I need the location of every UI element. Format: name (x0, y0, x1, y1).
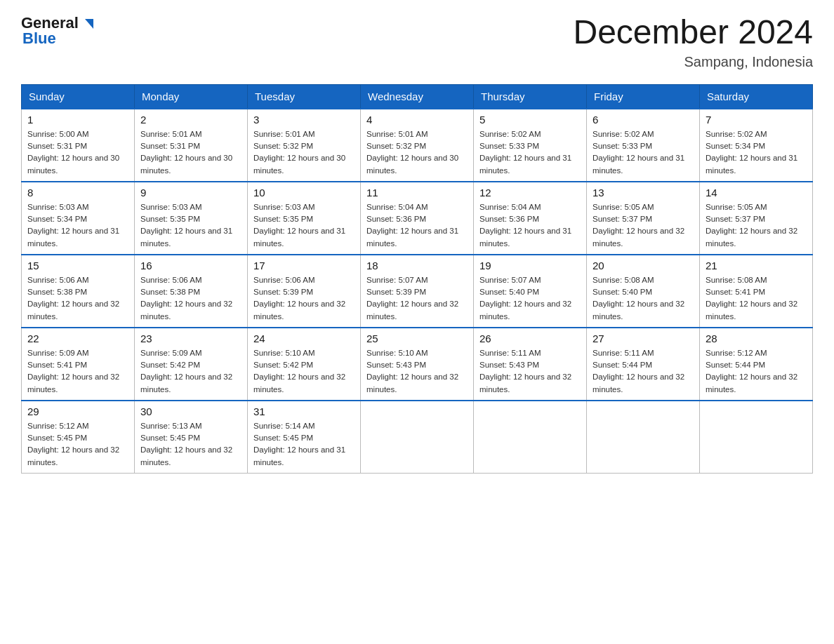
day-10: 10 Sunrise: 5:03 AM Sunset: 5:35 PM Dayl… (248, 182, 361, 255)
day-number: 9 (140, 187, 241, 199)
empty-cell-w4-d5 (587, 401, 700, 474)
day-5: 5 Sunrise: 5:02 AM Sunset: 5:33 PM Dayli… (474, 109, 587, 182)
day-info: Sunrise: 5:06 AM Sunset: 5:38 PM Dayligh… (140, 274, 241, 323)
title-section: December 2024 Sampang, Indonesia (573, 14, 813, 70)
day-number: 5 (479, 114, 581, 126)
day-info: Sunrise: 5:06 AM Sunset: 5:39 PM Dayligh… (253, 274, 355, 323)
day-25: 25 Sunrise: 5:10 AM Sunset: 5:43 PM Dayl… (361, 328, 474, 401)
day-info: Sunrise: 5:03 AM Sunset: 5:34 PM Dayligh… (27, 201, 128, 250)
day-info: Sunrise: 5:02 AM Sunset: 5:33 PM Dayligh… (479, 128, 581, 177)
day-info: Sunrise: 5:14 AM Sunset: 5:45 PM Dayligh… (253, 420, 355, 469)
day-info: Sunrise: 5:10 AM Sunset: 5:42 PM Dayligh… (253, 347, 355, 396)
day-15: 15 Sunrise: 5:06 AM Sunset: 5:38 PM Dayl… (22, 255, 135, 328)
day-info: Sunrise: 5:08 AM Sunset: 5:40 PM Dayligh… (593, 274, 694, 323)
day-3: 3 Sunrise: 5:01 AM Sunset: 5:32 PM Dayli… (248, 109, 361, 182)
day-number: 21 (706, 260, 807, 271)
day-13: 13 Sunrise: 5:05 AM Sunset: 5:37 PM Dayl… (587, 182, 700, 255)
logo-blue-text: Blue (22, 29, 56, 48)
day-14: 14 Sunrise: 5:05 AM Sunset: 5:37 PM Dayl… (700, 182, 813, 255)
day-number: 22 (27, 333, 128, 344)
day-info: Sunrise: 5:01 AM Sunset: 5:32 PM Dayligh… (366, 128, 468, 177)
week-row-3: 15 Sunrise: 5:06 AM Sunset: 5:38 PM Dayl… (22, 255, 813, 328)
week-row-4: 22 Sunrise: 5:09 AM Sunset: 5:41 PM Dayl… (22, 328, 813, 401)
day-number: 12 (479, 187, 581, 199)
day-7: 7 Sunrise: 5:02 AM Sunset: 5:34 PM Dayli… (700, 109, 813, 182)
logo: General Blue (21, 14, 95, 48)
day-info: Sunrise: 5:04 AM Sunset: 5:36 PM Dayligh… (366, 201, 468, 250)
day-29: 29 Sunrise: 5:12 AM Sunset: 5:45 PM Dayl… (22, 401, 135, 474)
month-title: December 2024 (573, 14, 813, 51)
day-number: 4 (366, 114, 468, 126)
header-friday: Friday (587, 84, 700, 109)
day-info: Sunrise: 5:07 AM Sunset: 5:39 PM Dayligh… (366, 274, 468, 323)
day-info: Sunrise: 5:01 AM Sunset: 5:31 PM Dayligh… (140, 128, 241, 177)
day-number: 2 (140, 114, 241, 126)
day-info: Sunrise: 5:09 AM Sunset: 5:42 PM Dayligh… (140, 347, 241, 396)
svg-marker-0 (85, 19, 93, 29)
day-number: 10 (253, 187, 355, 199)
day-8: 8 Sunrise: 5:03 AM Sunset: 5:34 PM Dayli… (22, 182, 135, 255)
day-6: 6 Sunrise: 5:02 AM Sunset: 5:33 PM Dayli… (587, 109, 700, 182)
day-number: 14 (706, 187, 807, 199)
day-number: 25 (366, 333, 468, 344)
day-1: 1 Sunrise: 5:00 AM Sunset: 5:31 PM Dayli… (22, 109, 135, 182)
day-18: 18 Sunrise: 5:07 AM Sunset: 5:39 PM Dayl… (361, 255, 474, 328)
day-info: Sunrise: 5:06 AM Sunset: 5:38 PM Dayligh… (27, 274, 128, 323)
day-number: 6 (593, 114, 694, 126)
day-info: Sunrise: 5:05 AM Sunset: 5:37 PM Dayligh… (593, 201, 694, 250)
day-28: 28 Sunrise: 5:12 AM Sunset: 5:44 PM Dayl… (700, 328, 813, 401)
day-number: 30 (140, 405, 241, 417)
day-number: 15 (27, 260, 128, 271)
day-12: 12 Sunrise: 5:04 AM Sunset: 5:36 PM Dayl… (474, 182, 587, 255)
day-info: Sunrise: 5:03 AM Sunset: 5:35 PM Dayligh… (140, 201, 241, 250)
day-11: 11 Sunrise: 5:04 AM Sunset: 5:36 PM Dayl… (361, 182, 474, 255)
day-16: 16 Sunrise: 5:06 AM Sunset: 5:38 PM Dayl… (135, 255, 248, 328)
day-info: Sunrise: 5:11 AM Sunset: 5:44 PM Dayligh… (593, 347, 694, 396)
header-tuesday: Tuesday (248, 84, 361, 109)
day-number: 3 (253, 114, 355, 126)
day-number: 27 (593, 333, 694, 344)
day-info: Sunrise: 5:02 AM Sunset: 5:34 PM Dayligh… (706, 128, 807, 177)
day-number: 29 (27, 405, 128, 417)
day-number: 28 (706, 333, 807, 344)
day-number: 7 (706, 114, 807, 126)
empty-cell-w4-d3 (361, 401, 474, 474)
empty-cell-w4-d6 (700, 401, 813, 474)
day-23: 23 Sunrise: 5:09 AM Sunset: 5:42 PM Dayl… (135, 328, 248, 401)
header-sunday: Sunday (22, 84, 135, 109)
day-19: 19 Sunrise: 5:07 AM Sunset: 5:40 PM Dayl… (474, 255, 587, 328)
day-info: Sunrise: 5:12 AM Sunset: 5:44 PM Dayligh… (706, 347, 807, 396)
day-number: 24 (253, 333, 355, 344)
day-17: 17 Sunrise: 5:06 AM Sunset: 5:39 PM Dayl… (248, 255, 361, 328)
day-number: 17 (253, 260, 355, 271)
logo-triangle-icon (79, 16, 95, 32)
calendar-header-row: SundayMondayTuesdayWednesdayThursdayFrid… (22, 84, 813, 109)
day-info: Sunrise: 5:01 AM Sunset: 5:32 PM Dayligh… (253, 128, 355, 177)
day-21: 21 Sunrise: 5:08 AM Sunset: 5:41 PM Dayl… (700, 255, 813, 328)
day-number: 16 (140, 260, 241, 271)
day-info: Sunrise: 5:00 AM Sunset: 5:31 PM Dayligh… (27, 128, 128, 177)
day-number: 26 (479, 333, 581, 344)
day-9: 9 Sunrise: 5:03 AM Sunset: 5:35 PM Dayli… (135, 182, 248, 255)
day-number: 20 (593, 260, 694, 271)
day-number: 31 (253, 405, 355, 417)
day-30: 30 Sunrise: 5:13 AM Sunset: 5:45 PM Dayl… (135, 401, 248, 474)
location: Sampang, Indonesia (573, 54, 813, 70)
day-27: 27 Sunrise: 5:11 AM Sunset: 5:44 PM Dayl… (587, 328, 700, 401)
header-monday: Monday (135, 84, 248, 109)
day-4: 4 Sunrise: 5:01 AM Sunset: 5:32 PM Dayli… (361, 109, 474, 182)
day-info: Sunrise: 5:09 AM Sunset: 5:41 PM Dayligh… (27, 347, 128, 396)
day-info: Sunrise: 5:10 AM Sunset: 5:43 PM Dayligh… (366, 347, 468, 396)
day-info: Sunrise: 5:05 AM Sunset: 5:37 PM Dayligh… (706, 201, 807, 250)
day-info: Sunrise: 5:07 AM Sunset: 5:40 PM Dayligh… (479, 274, 581, 323)
day-info: Sunrise: 5:13 AM Sunset: 5:45 PM Dayligh… (140, 420, 241, 469)
day-31: 31 Sunrise: 5:14 AM Sunset: 5:45 PM Dayl… (248, 401, 361, 474)
day-number: 18 (366, 260, 468, 271)
page-header: General Blue December 2024 Sampang, Indo… (21, 14, 813, 70)
day-24: 24 Sunrise: 5:10 AM Sunset: 5:42 PM Dayl… (248, 328, 361, 401)
day-info: Sunrise: 5:12 AM Sunset: 5:45 PM Dayligh… (27, 420, 128, 469)
week-row-5: 29 Sunrise: 5:12 AM Sunset: 5:45 PM Dayl… (22, 401, 813, 474)
day-info: Sunrise: 5:02 AM Sunset: 5:33 PM Dayligh… (593, 128, 694, 177)
week-row-1: 1 Sunrise: 5:00 AM Sunset: 5:31 PM Dayli… (22, 109, 813, 182)
day-2: 2 Sunrise: 5:01 AM Sunset: 5:31 PM Dayli… (135, 109, 248, 182)
